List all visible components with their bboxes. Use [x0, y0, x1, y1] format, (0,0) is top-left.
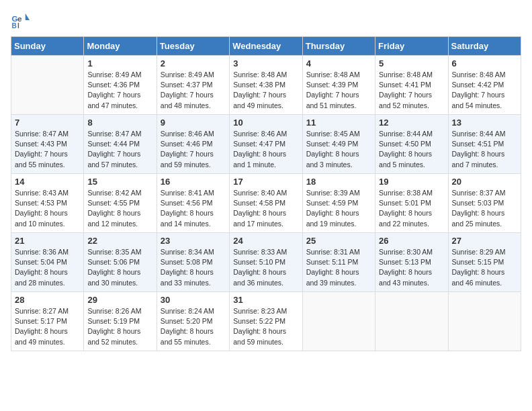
cell-info: Sunrise: 8:47 AMSunset: 4:43 PMDaylight:…: [15, 129, 80, 170]
cell-info: Sunrise: 8:48 AMSunset: 4:39 PMDaylight:…: [306, 70, 371, 111]
calendar-cell: 15Sunrise: 8:42 AMSunset: 4:55 PMDayligh…: [84, 174, 157, 233]
day-number: 1: [87, 58, 152, 68]
logo: G e B l: [11, 11, 32, 30]
calendar-cell: 3Sunrise: 8:48 AMSunset: 4:38 PMDaylight…: [230, 56, 302, 115]
day-number: 23: [161, 236, 226, 246]
day-number: 25: [306, 236, 371, 246]
day-number: 21: [15, 236, 80, 246]
cell-info: Sunrise: 8:38 AMSunset: 5:01 PMDaylight:…: [379, 188, 444, 229]
calendar-cell: 30Sunrise: 8:24 AMSunset: 5:20 PMDayligh…: [157, 292, 229, 351]
calendar-cell: 19Sunrise: 8:38 AMSunset: 5:01 PMDayligh…: [375, 174, 448, 233]
cell-info: Sunrise: 8:27 AMSunset: 5:17 PMDaylight:…: [15, 306, 80, 347]
day-number: 27: [452, 236, 517, 246]
cell-info: Sunrise: 8:26 AMSunset: 5:19 PMDaylight:…: [87, 306, 152, 347]
cell-info: Sunrise: 8:48 AMSunset: 4:42 PMDaylight:…: [452, 70, 517, 111]
weekday-header-saturday: Saturday: [448, 37, 521, 56]
calendar-cell: 24Sunrise: 8:33 AMSunset: 5:10 PMDayligh…: [230, 233, 302, 292]
cell-info: Sunrise: 8:30 AMSunset: 5:13 PMDaylight:…: [379, 247, 444, 288]
cell-info: Sunrise: 8:45 AMSunset: 4:49 PMDaylight:…: [306, 129, 371, 170]
calendar-cell: 27Sunrise: 8:29 AMSunset: 5:15 PMDayligh…: [448, 233, 521, 292]
weekday-header-monday: Monday: [84, 37, 157, 56]
logo-icon: G e B l: [11, 11, 30, 30]
day-number: 22: [87, 236, 152, 246]
day-number: 18: [306, 177, 371, 187]
calendar-cell: 4Sunrise: 8:48 AMSunset: 4:39 PMDaylight…: [302, 56, 375, 115]
cell-info: Sunrise: 8:33 AMSunset: 5:10 PMDaylight:…: [233, 247, 298, 288]
weekday-header-row: SundayMondayTuesdayWednesdayThursdayFrid…: [11, 37, 521, 56]
weekday-header-sunday: Sunday: [11, 37, 84, 56]
calendar-cell: 11Sunrise: 8:45 AMSunset: 4:49 PMDayligh…: [302, 115, 375, 174]
weekday-header-wednesday: Wednesday: [230, 37, 302, 56]
weekday-header-friday: Friday: [375, 37, 448, 56]
cell-info: Sunrise: 8:36 AMSunset: 5:04 PMDaylight:…: [15, 247, 80, 288]
calendar-cell: 22Sunrise: 8:35 AMSunset: 5:06 PMDayligh…: [84, 233, 157, 292]
calendar-cell: 9Sunrise: 8:46 AMSunset: 4:46 PMDaylight…: [157, 115, 229, 174]
calendar-week-3: 14Sunrise: 8:43 AMSunset: 4:53 PMDayligh…: [11, 174, 521, 233]
calendar-cell: 14Sunrise: 8:43 AMSunset: 4:53 PMDayligh…: [11, 174, 84, 233]
cell-info: Sunrise: 8:44 AMSunset: 4:51 PMDaylight:…: [452, 129, 517, 170]
calendar-cell: 2Sunrise: 8:49 AMSunset: 4:37 PMDaylight…: [157, 56, 229, 115]
calendar-cell: 1Sunrise: 8:49 AMSunset: 4:36 PMDaylight…: [84, 56, 157, 115]
cell-info: Sunrise: 8:47 AMSunset: 4:44 PMDaylight:…: [87, 129, 152, 170]
calendar-table: SundayMondayTuesdayWednesdayThursdayFrid…: [11, 36, 521, 351]
day-number: 6: [452, 58, 517, 68]
header: G e B l: [11, 11, 521, 30]
day-number: 17: [233, 177, 298, 187]
cell-info: Sunrise: 8:48 AMSunset: 4:38 PMDaylight:…: [233, 70, 298, 111]
cell-info: Sunrise: 8:41 AMSunset: 4:56 PMDaylight:…: [161, 188, 226, 229]
cell-info: Sunrise: 8:40 AMSunset: 4:58 PMDaylight:…: [233, 188, 298, 229]
cell-info: Sunrise: 8:42 AMSunset: 4:55 PMDaylight:…: [87, 188, 152, 229]
day-number: 16: [161, 177, 226, 187]
calendar-week-1: 1Sunrise: 8:49 AMSunset: 4:36 PMDaylight…: [11, 56, 521, 115]
calendar-week-4: 21Sunrise: 8:36 AMSunset: 5:04 PMDayligh…: [11, 233, 521, 292]
day-number: 19: [379, 177, 444, 187]
calendar-cell: [11, 56, 84, 115]
cell-info: Sunrise: 8:23 AMSunset: 5:22 PMDaylight:…: [233, 306, 298, 347]
svg-text:e: e: [17, 14, 22, 23]
day-number: 29: [87, 295, 152, 305]
cell-info: Sunrise: 8:35 AMSunset: 5:06 PMDaylight:…: [87, 247, 152, 288]
cell-info: Sunrise: 8:39 AMSunset: 4:59 PMDaylight:…: [306, 188, 371, 229]
day-number: 2: [161, 58, 226, 68]
calendar-cell: 28Sunrise: 8:27 AMSunset: 5:17 PMDayligh…: [11, 292, 84, 351]
day-number: 31: [233, 295, 298, 305]
calendar-cell: 17Sunrise: 8:40 AMSunset: 4:58 PMDayligh…: [230, 174, 302, 233]
day-number: 20: [452, 177, 517, 187]
day-number: 4: [306, 58, 371, 68]
calendar-cell: 31Sunrise: 8:23 AMSunset: 5:22 PMDayligh…: [230, 292, 302, 351]
day-number: 3: [233, 58, 298, 68]
cell-info: Sunrise: 8:46 AMSunset: 4:46 PMDaylight:…: [161, 129, 226, 170]
calendar-cell: 18Sunrise: 8:39 AMSunset: 4:59 PMDayligh…: [302, 174, 375, 233]
day-number: 30: [161, 295, 226, 305]
calendar-cell: 7Sunrise: 8:47 AMSunset: 4:43 PMDaylight…: [11, 115, 84, 174]
day-number: 11: [306, 118, 371, 128]
day-number: 12: [379, 118, 444, 128]
calendar-cell: 26Sunrise: 8:30 AMSunset: 5:13 PMDayligh…: [375, 233, 448, 292]
calendar-cell: 6Sunrise: 8:48 AMSunset: 4:42 PMDaylight…: [448, 56, 521, 115]
calendar-cell: 23Sunrise: 8:34 AMSunset: 5:08 PMDayligh…: [157, 233, 229, 292]
svg-text:G: G: [12, 14, 18, 23]
day-number: 10: [233, 118, 298, 128]
day-number: 26: [379, 236, 444, 246]
day-number: 9: [161, 118, 226, 128]
cell-info: Sunrise: 8:46 AMSunset: 4:47 PMDaylight:…: [233, 129, 298, 170]
svg-marker-4: [26, 13, 30, 20]
calendar-week-2: 7Sunrise: 8:47 AMSunset: 4:43 PMDaylight…: [11, 115, 521, 174]
calendar-cell: 10Sunrise: 8:46 AMSunset: 4:47 PMDayligh…: [230, 115, 302, 174]
day-number: 14: [15, 177, 80, 187]
cell-info: Sunrise: 8:49 AMSunset: 4:36 PMDaylight:…: [87, 70, 152, 111]
calendar-cell: 8Sunrise: 8:47 AMSunset: 4:44 PMDaylight…: [84, 115, 157, 174]
svg-text:l: l: [17, 22, 19, 30]
weekday-header-tuesday: Tuesday: [157, 37, 229, 56]
day-number: 28: [15, 295, 80, 305]
cell-info: Sunrise: 8:34 AMSunset: 5:08 PMDaylight:…: [161, 247, 226, 288]
weekday-header-thursday: Thursday: [302, 37, 375, 56]
calendar-cell: 29Sunrise: 8:26 AMSunset: 5:19 PMDayligh…: [84, 292, 157, 351]
calendar-cell: 21Sunrise: 8:36 AMSunset: 5:04 PMDayligh…: [11, 233, 84, 292]
cell-info: Sunrise: 8:31 AMSunset: 5:11 PMDaylight:…: [306, 247, 371, 288]
calendar-cell: [375, 292, 448, 351]
day-number: 5: [379, 58, 444, 68]
calendar-cell: 20Sunrise: 8:37 AMSunset: 5:03 PMDayligh…: [448, 174, 521, 233]
calendar-cell: [448, 292, 521, 351]
svg-text:B: B: [12, 22, 17, 30]
